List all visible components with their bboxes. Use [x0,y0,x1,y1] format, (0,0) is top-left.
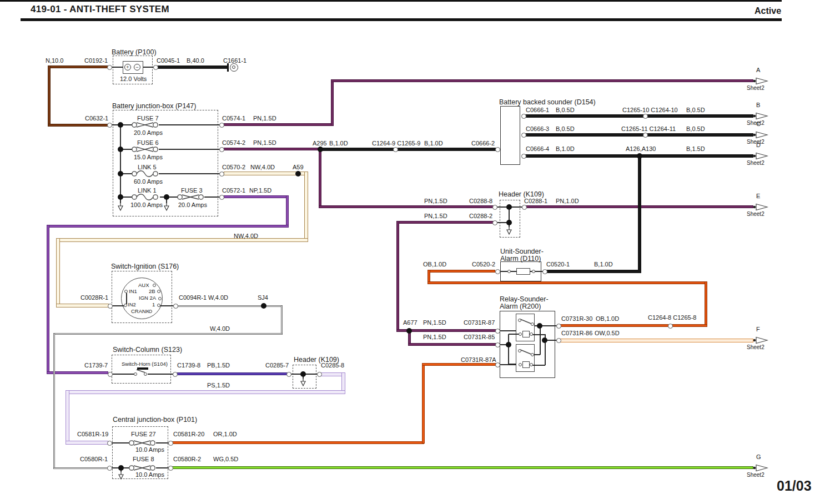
label-c1265-10-c1264-10: C1265-10 C1264-10 [622,107,678,114]
wire-pn-11 [396,221,399,332]
label-pn-1-5d: PN,1.5D [423,334,446,341]
internal-wire [508,345,509,365]
label-pn-1-5d: PN,1.5D [424,198,447,205]
switch-terminal [530,332,533,336]
resistor-body [516,268,530,275]
wire-n-0 [48,65,109,68]
label-c0572-1: C0572-1 [222,187,245,194]
connector-c0731r-87 [495,329,500,334]
connector-c1265-10-c1264-10 [643,114,648,119]
junction-dot [300,371,306,377]
wire-b-49 [525,133,643,137]
label-c0666-2: C0666-2 [471,140,495,147]
wire-b-48 [647,114,753,118]
junction-dot [118,147,123,152]
label-c1739-7: C1739-7 [84,362,108,369]
sheet-arrow-icon [753,152,768,160]
junction-dot [118,122,123,128]
wire-or-38 [422,364,425,443]
switch-terminal [124,304,127,307]
label-pn-1-0d: PN,1.0D [556,198,579,205]
label-c0731r-30: C0731R-30 [561,315,592,322]
wire-w-30 [53,467,108,469]
label-np-1-5d: NP,1.5D [249,187,271,194]
ground-arrow-icon [506,226,512,235]
wire-b-55 [398,148,496,151]
wire-pn-6 [331,79,753,82]
wire-ob-42 [427,281,707,284]
connector-c0580r-2 [168,466,173,471]
connector-c0572-1 [219,195,224,200]
junction-dot [118,465,124,471]
switch-terminal [532,270,535,273]
connector-c0581r-19 [107,441,112,446]
wire-or-39 [422,363,496,366]
label-c0288-2: C0288-2 [469,213,492,220]
label-alarm-r200: Alarm (R200) [500,303,541,310]
wire-ob-40 [427,270,495,273]
sheet-ref-target: Sheet2 [747,472,764,478]
page-title: 419-01 - ANTI-THEFT SYSTEM [31,4,169,15]
connector-c1264-9-c1265-9 [393,147,398,152]
internal-wire [112,374,135,375]
junction-dot [118,194,123,200]
fuse-3-fuse-icon [177,193,204,201]
label-battery-junction-box-p147: Battery junction-box (P147) [112,102,196,110]
label-c0574-2: C0574-2 [222,139,245,147]
label-20-0-amps: 20.0 Amps [178,201,207,209]
wire-np-16 [224,195,289,198]
label-15-0-amps: 15.0 Amps [134,154,163,161]
connector-c0666-3 [521,133,526,138]
label-10-0-amps: 10.0 Amps [135,446,164,453]
relay-coil-2 [522,361,530,368]
sheet-ref-target: Sheet2 [747,160,764,167]
ground-arrow-icon [300,377,306,387]
wire-b-3 [157,65,228,69]
label-a677: A677 [403,319,418,326]
sheet-arrow-icon [753,77,768,85]
status-label: Active [754,6,781,16]
label-fuse-6: FUSE 6 [137,139,159,147]
label-alarm-d110: Alarm (D110) [500,255,541,263]
switch-terminal [158,297,162,300]
internal-wire [148,374,174,375]
wire-nw-24 [56,238,60,307]
wire-n-1 [48,65,51,127]
junction-dot [537,323,542,329]
switch-terminal [134,372,137,376]
internal-wire [532,334,545,335]
label-c1265-11-c1264-11: C1265-11 C1264-11 [621,125,676,133]
label-wg-0-5d: WG,0.5D [213,456,238,463]
label-c0731r-87: C0731R-87 [464,319,495,326]
label-c0094r-1: C0094R-1 [179,294,207,301]
connector-c0288-8 [492,205,497,210]
wire-w-29 [53,333,55,469]
wiring-diagram-page: 419-01 - ANTI-THEFT SYSTEM Active 01/03 … [0,0,835,504]
label-pb-1-5d: PB,1.5D [207,362,230,369]
wire-ob-44 [560,324,668,327]
label-b-0-5d: B,0.5D [686,125,705,133]
top-edge-rule [0,0,782,2]
label-c0285-8: C0285-8 [321,362,344,369]
label-c0520-1: C0520-1 [546,261,570,268]
wire-np-19 [47,225,49,374]
splice-sj4 [261,303,266,309]
label-pn-1-5d: PN,1.5D [424,213,447,220]
label-a295: A295 [313,140,327,147]
internal-wire [126,293,127,304]
wire-ow-46 [560,339,753,342]
label-b-1-0d: B,1.0D [594,261,613,268]
switch-terminal [518,319,521,322]
label-c0570-2: C0570-2 [222,164,245,171]
wire-pn-5 [331,79,334,126]
label-c0581r-20: C0581R-20 [173,431,204,438]
label-ps-1-5d: PS,1.5D [207,382,230,389]
label-link-5: LINK 5 [138,164,157,171]
internal-wire [532,365,545,366]
label-fuse-8: FUSE 8 [133,456,154,463]
splice-a295 [318,147,323,152]
label-c0731r-86: C0731R-86 [561,330,592,337]
connector-c1265-11-c1264-11 [643,133,648,138]
label-10-0-amps: 10.0 Amps [135,471,164,478]
wire-wg-56 [172,466,753,469]
